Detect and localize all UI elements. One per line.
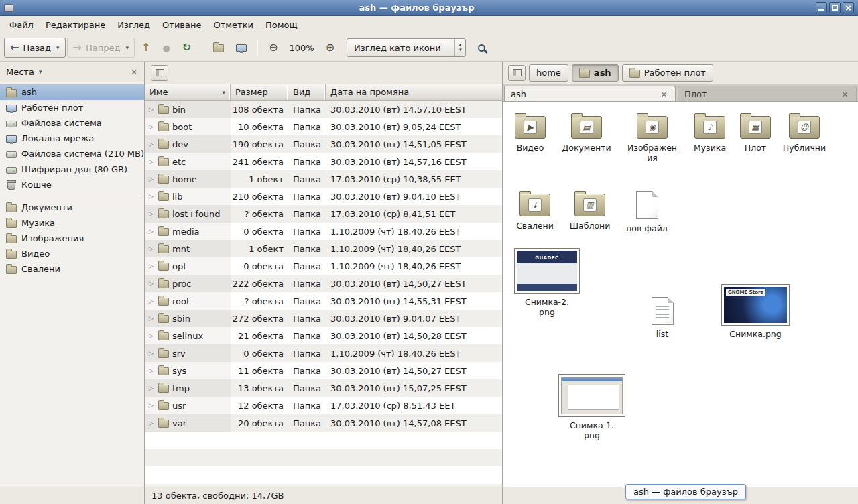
- tree-row-sys[interactable]: ▷sys11 обектаПапка30.03.2010 (вт) 14,50,…: [145, 362, 502, 379]
- expander-icon[interactable]: ▷: [149, 141, 155, 147]
- tree-row-selinux[interactable]: ▷selinux21 обектаПапка30.03.2010 (вт) 14…: [145, 327, 502, 344]
- menu-edit[interactable]: Редактиране: [40, 17, 111, 33]
- icon-folder-downloads[interactable]: ↓Свалени: [509, 189, 561, 231]
- pane-toggle-button-right[interactable]: [508, 65, 526, 81]
- icon-view[interactable]: ▶Видео ▤Документи ◉Изображения ♪Музика ▦…: [503, 102, 858, 487]
- stop-button[interactable]: ●: [157, 38, 175, 58]
- tree-row-sbin[interactable]: ▷sbin272 обектаПапка30.03.2010 (вт) 9,04…: [145, 310, 502, 327]
- forward-button[interactable]: → Напред ▾: [67, 38, 135, 58]
- menu-file[interactable]: Файл: [3, 17, 40, 33]
- sidebar-item-encrypted-80gb[interactable]: Шифриран дял (80 GB): [0, 162, 144, 177]
- tab-close-icon[interactable]: ×: [659, 89, 669, 99]
- icon-file-list[interactable]: list: [636, 295, 688, 339]
- sidebar-item-filesystem[interactable]: Файлова система: [0, 115, 144, 131]
- tree-row-root[interactable]: ▷root? обектаПапка30.03.2010 (вт) 14,55,…: [145, 292, 502, 310]
- minimize-button[interactable]: [816, 2, 827, 13]
- expander-icon[interactable]: ▷: [149, 193, 155, 200]
- column-header-name[interactable]: Име▾: [145, 84, 231, 100]
- expander-icon[interactable]: ▷: [149, 298, 155, 304]
- sidebar-mode-select[interactable]: Места ▾: [6, 67, 42, 77]
- reload-button[interactable]: ↻: [177, 38, 196, 58]
- sidebar-item-video[interactable]: Видео: [0, 246, 144, 261]
- expander-icon[interactable]: ▷: [149, 263, 155, 269]
- tree-row-mnt[interactable]: ▷mnt1 обектПапка1.10.2009 (чт) 18,40,26 …: [145, 240, 502, 257]
- tree-row-lost-found[interactable]: ▷lost+found? обектаПапка17.03.2010 (ср) …: [145, 205, 502, 223]
- tree-row-home[interactable]: ▷home1 обектПапка17.03.2010 (ср) 10,38,5…: [145, 170, 502, 188]
- computer-button[interactable]: [231, 38, 252, 58]
- column-header-date[interactable]: Дата на промяна: [326, 84, 502, 100]
- expander-icon[interactable]: ▷: [149, 280, 155, 287]
- icon-folder-templates[interactable]: ▥Шаблони: [564, 189, 616, 231]
- sidebar-close-button[interactable]: ×: [130, 66, 138, 77]
- expander-icon[interactable]: ▷: [149, 385, 155, 391]
- tree-row-proc[interactable]: ▷proc222 обектаПапка30.03.2010 (вт) 14,5…: [145, 275, 502, 292]
- back-button[interactable]: ← Назад ▾: [4, 38, 66, 58]
- home-button[interactable]: [208, 38, 229, 58]
- expander-icon[interactable]: ▷: [149, 123, 155, 130]
- expander-icon[interactable]: ▷: [149, 315, 155, 322]
- sidebar-item-music[interactable]: Музика: [0, 215, 144, 231]
- sidebar-item-downloads[interactable]: Свалени: [0, 261, 144, 277]
- icon-file-new-file[interactable]: нов файл: [621, 189, 673, 233]
- tree-row-usr[interactable]: ▷usr12 обектаПапка17.03.2010 (ср) 8,51,4…: [145, 397, 502, 414]
- icon-folder-desktop[interactable]: ▦Плот: [729, 111, 782, 153]
- tree-row-lib[interactable]: ▷lib210 обектаПапка30.03.2010 (вт) 9,04,…: [145, 188, 502, 205]
- tab-close-icon[interactable]: ×: [840, 89, 850, 99]
- expander-icon[interactable]: ▷: [149, 367, 155, 374]
- icon-image-snimka-2[interactable]: GUADECСнимка-2.png: [512, 248, 582, 317]
- column-header-type[interactable]: Вид: [288, 84, 326, 100]
- up-button[interactable]: ↑: [136, 38, 156, 58]
- tree-row-var[interactable]: ▷var20 обектаПапка30.03.2010 (вт) 14,57,…: [145, 414, 502, 432]
- zoom-in-button[interactable]: ⊕: [320, 38, 340, 58]
- expander-icon[interactable]: ▷: [149, 158, 155, 165]
- column-header-size[interactable]: Размер: [231, 84, 288, 100]
- sidebar-item-ash[interactable]: ash: [0, 84, 144, 100]
- icon-folder-pictures[interactable]: ◉Изображения: [626, 111, 678, 163]
- sidebar-item-trash[interactable]: Кошче: [0, 177, 144, 192]
- expander-icon[interactable]: ▷: [149, 228, 155, 235]
- tree-row-dev[interactable]: ▷dev190 обектаПапка30.03.2010 (вт) 14,51…: [145, 135, 502, 153]
- icon-folder-music[interactable]: ♪Музика: [684, 111, 736, 153]
- sidebar-item-local-network[interactable]: Локална мрежа: [0, 131, 144, 146]
- icon-folder-public[interactable]: ☺Публични: [778, 111, 831, 153]
- search-button[interactable]: [473, 38, 491, 58]
- tree-empty-area: [145, 432, 502, 487]
- tree-row-boot[interactable]: ▷boot10 обектаПапка30.03.2010 (вт) 9,05,…: [145, 118, 502, 135]
- tree-row-media[interactable]: ▷media0 обектаПапка1.10.2009 (чт) 18,40,…: [145, 223, 502, 240]
- tree-row-etc[interactable]: ▷etc241 обектаПапка30.03.2010 (вт) 14,57…: [145, 153, 502, 170]
- path-button-ash[interactable]: ash: [572, 64, 619, 82]
- pane-toggle-button[interactable]: [151, 65, 168, 81]
- icon-folder-documents[interactable]: ▤Документи: [560, 111, 613, 153]
- tree-row-srv[interactable]: ▷srv0 обектаПапка1.10.2009 (чт) 18,40,26…: [145, 344, 502, 362]
- menu-view[interactable]: Изглед: [111, 17, 156, 33]
- menu-help[interactable]: Помощ: [259, 17, 304, 33]
- sidebar-item-documents[interactable]: Документи: [0, 200, 144, 215]
- sidebar-item-pictures[interactable]: Изображения: [0, 231, 144, 246]
- close-button[interactable]: [843, 2, 854, 13]
- expander-icon[interactable]: ▷: [149, 106, 155, 113]
- icon-image-snimka[interactable]: GNOME StoreСнимка.png: [721, 284, 790, 339]
- sidebar-item-filesystem-210mb[interactable]: Файлова система (210 MB): [0, 146, 144, 162]
- path-button-desktop[interactable]: Работен плот: [622, 64, 713, 82]
- expander-icon[interactable]: ▷: [149, 176, 155, 182]
- path-button-home[interactable]: home: [529, 64, 568, 82]
- zoom-out-button[interactable]: ⊖: [263, 38, 283, 58]
- tree-row-tmp[interactable]: ▷tmp13 обектаПапка30.03.2010 (вт) 15,07,…: [145, 379, 502, 397]
- expander-icon[interactable]: ▷: [149, 332, 155, 339]
- expander-icon[interactable]: ▷: [149, 245, 155, 252]
- expander-icon[interactable]: ▷: [149, 210, 155, 217]
- view-mode-select[interactable]: Изглед като икони ▴▾: [347, 38, 466, 57]
- tab-ash[interactable]: ash×: [504, 86, 676, 101]
- icon-folder-video[interactable]: ▶Видео: [504, 111, 556, 153]
- expander-icon[interactable]: ▷: [149, 402, 155, 409]
- tree-row-opt[interactable]: ▷opt0 обектаПапка1.10.2009 (чт) 18,40,26…: [145, 257, 502, 275]
- menu-go[interactable]: Отиване: [156, 17, 207, 33]
- sidebar-item-desktop[interactable]: Работен плот: [0, 100, 144, 115]
- icon-image-snimka-1[interactable]: Снимка-1.png: [557, 374, 627, 440]
- tab-plot[interactable]: Плот×: [678, 86, 857, 101]
- tree-row-bin[interactable]: ▷bin108 обектаПапка30.03.2010 (вт) 14,57…: [145, 101, 502, 118]
- menu-bookmarks[interactable]: Отметки: [207, 17, 259, 33]
- expander-icon[interactable]: ▷: [149, 420, 155, 426]
- maximize-button[interactable]: [829, 2, 841, 13]
- expander-icon[interactable]: ▷: [149, 350, 155, 357]
